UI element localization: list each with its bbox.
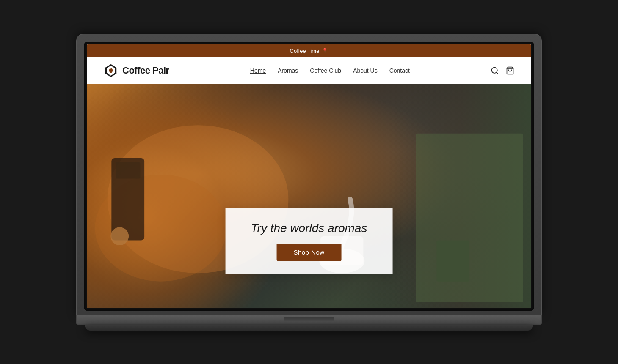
announcement-text: Coffee Time: [290, 48, 320, 54]
cart-icon: [506, 66, 514, 75]
shop-now-button[interactable]: Shop Now: [276, 244, 341, 261]
nav-coffee-club[interactable]: Coffee Club: [310, 67, 341, 74]
laptop-shell: Coffee Time 📍 Coffee Pair: [76, 34, 542, 331]
nav-contact[interactable]: Contact: [389, 67, 410, 74]
cart-button[interactable]: [506, 66, 514, 75]
laptop-base: [76, 315, 542, 325]
main-nav: Home Aromas Coffee Club About Us Contact: [250, 67, 410, 74]
location-icon: 📍: [322, 48, 328, 54]
search-icon: [491, 66, 499, 75]
screen: Coffee Time 📍 Coffee Pair: [87, 44, 531, 308]
svg-line-1: [497, 72, 498, 74]
header-actions: [491, 66, 514, 75]
nav-aromas[interactable]: Aromas: [278, 67, 298, 74]
hero-section: Try the worlds aromas Shop Now: [87, 84, 531, 308]
search-button[interactable]: [491, 66, 499, 75]
laptop-lid: Coffee Time 📍 Coffee Pair: [76, 34, 542, 315]
nav-home[interactable]: Home: [250, 67, 266, 74]
photo-overlay-right: [353, 84, 531, 308]
site-header: Coffee Pair Home Aromas Coffee Club Abou…: [87, 57, 531, 84]
logo-text: Coffee Pair: [122, 65, 169, 76]
photo-overlay-left: [87, 84, 287, 308]
barista-scene: [87, 84, 531, 308]
trackpad-notch: [284, 317, 334, 322]
hero-cta: Try the worlds aromas Shop Now: [226, 208, 393, 274]
logo-icon: [104, 63, 118, 78]
hero-title: Try the worlds aromas: [251, 222, 367, 235]
nav-about[interactable]: About Us: [353, 67, 378, 74]
screen-bezel: Coffee Time 📍 Coffee Pair: [84, 42, 534, 311]
laptop-foot: [85, 325, 533, 331]
logo-area[interactable]: Coffee Pair: [104, 63, 169, 78]
announcement-bar: Coffee Time 📍: [87, 44, 531, 57]
